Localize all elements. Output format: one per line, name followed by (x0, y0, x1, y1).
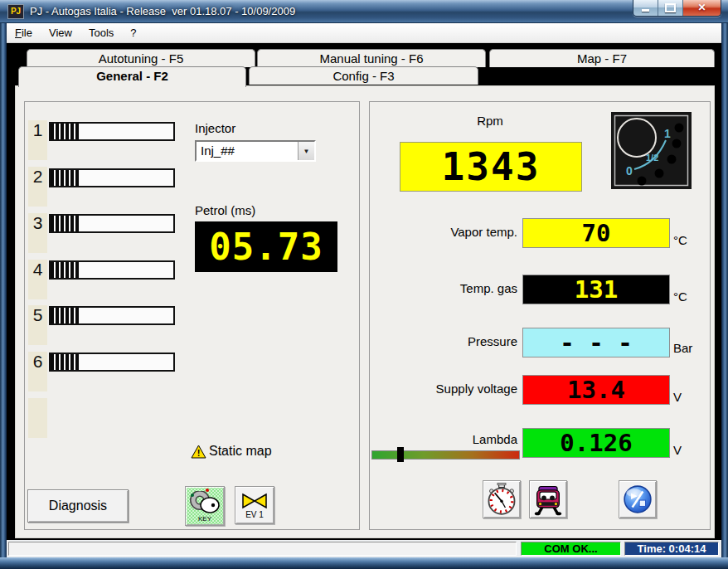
app-window: PJ PJ - Autogas Italia - Release ver 01.… (0, 0, 728, 569)
pressure-display: - - - (522, 328, 670, 357)
car-icon (531, 483, 565, 516)
injector-bar-2 (49, 168, 175, 187)
key-button-label: KEY (198, 516, 211, 522)
injector-bar-3 (49, 214, 175, 233)
maximize-icon (665, 3, 676, 12)
injector-number-6: 6 (28, 352, 47, 391)
lambda-value: 0.126 (560, 429, 632, 457)
running-car-button[interactable] (529, 480, 567, 518)
temp-gas-label: Temp. gas (370, 281, 517, 295)
menu-file[interactable]: File (7, 27, 41, 39)
status-message-panel (8, 542, 517, 556)
caption-buttons: ✕ (633, 0, 721, 17)
injector-bar-4 (49, 260, 175, 280)
injector-select-dropdown-button[interactable]: ▼ (298, 142, 314, 160)
lambda-label: Lambda (370, 432, 517, 446)
rpm-label: Rpm (400, 114, 580, 128)
lambda-display: 0.126 (522, 428, 670, 458)
play-stop-toggle-button[interactable] (619, 480, 657, 518)
lambda-slider[interactable] (371, 450, 520, 460)
key-button[interactable]: KEY (185, 486, 225, 526)
diagnosis-button[interactable]: Diagnosis (27, 489, 129, 523)
injector-number-spacer (28, 398, 47, 438)
valve-icon (240, 492, 269, 510)
tab-autotuning[interactable]: Autotuning - F5 (27, 49, 255, 67)
injector-bar-1-fill (51, 124, 79, 139)
maximize-button[interactable] (658, 0, 683, 16)
values-group-box: Rpm 1343 0 (369, 101, 711, 530)
temp-gas-value: 131 (575, 275, 618, 304)
petrol-label: Petrol (ms) (195, 203, 255, 217)
menu-tools[interactable]: Tools (80, 27, 122, 39)
window-frame-right (721, 23, 728, 557)
window-frame-left (0, 23, 7, 557)
temp-gas-display: 131 (522, 275, 670, 304)
tab-general[interactable]: General - F2 (18, 66, 246, 87)
supply-voltage-value: 13.4 (567, 376, 625, 404)
supply-voltage-display: 13.4 (522, 375, 670, 405)
injector-number-3: 3 (28, 213, 47, 253)
title-bar: PJ PJ - Autogas Italia - Release ver 01.… (0, 0, 728, 23)
menu-bar: File View Tools ? (7, 23, 721, 43)
petrol-display: 05.73 (195, 221, 337, 272)
injector-select-value: Inj_## (197, 142, 298, 160)
svg-text:0: 0 (626, 164, 633, 178)
pressure-unit: Bar (673, 341, 692, 355)
injector-number-5: 5 (28, 305, 47, 345)
window-frame-bottom (0, 557, 728, 569)
injector-number-4: 4 (28, 260, 47, 299)
tab-config[interactable]: Config - F3 (249, 66, 478, 85)
close-icon: ✕ (697, 0, 706, 16)
diagnosis-button-label: Diagnosis (49, 498, 107, 513)
client-area: Autotuning - F5 Manual tuning - F6 Map -… (7, 43, 721, 540)
injector-bar-6 (49, 353, 175, 372)
supply-voltage-unit: V (673, 390, 682, 404)
vapor-temp-unit: °C (673, 233, 687, 247)
petrol-value: 05.73 (209, 226, 323, 268)
menu-view[interactable]: View (41, 27, 80, 39)
window-title: PJ - Autogas Italia - Release ver 01.18.… (30, 5, 295, 17)
injector-number-2: 2 (28, 167, 47, 207)
ev1-button[interactable]: EV 1 (235, 486, 274, 524)
static-map-indicator: ! Static map (191, 444, 272, 459)
menu-help[interactable]: ? (122, 27, 144, 39)
status-bar: COM OK... Time: 0:04:14 (7, 540, 721, 557)
pressure-value: - - - (560, 328, 632, 357)
tab-map[interactable]: Map - F7 (489, 49, 715, 67)
injector-select[interactable]: Inj_## ▼ (195, 140, 316, 162)
injector-label: Injector (195, 121, 235, 135)
vapor-temp-display: 70 (522, 218, 670, 248)
injector-bar-3-fill (51, 216, 79, 231)
supply-voltage-label: Supply voltage (370, 382, 517, 396)
stopwatch-button[interactable] (483, 480, 521, 518)
app-icon: PJ (7, 4, 24, 19)
lambda-slider-marker[interactable] (397, 447, 404, 462)
static-map-label: Static map (209, 444, 272, 459)
stopwatch-icon (485, 483, 518, 516)
injector-bar-5-fill (51, 308, 79, 323)
injector-bar-6-fill (51, 354, 79, 370)
com-status-panel: COM OK... (521, 542, 621, 556)
injector-number-1: 1 (28, 120, 47, 160)
general-tab-page: 1 2 3 4 5 6 Injector Inj_## ▼ Petrol (ms (15, 85, 715, 538)
close-button[interactable]: ✕ (683, 0, 721, 16)
warning-icon: ! (191, 445, 206, 459)
play-stop-icon (623, 484, 653, 514)
key-red-led (206, 489, 209, 492)
rpm-display: 1343 (400, 142, 582, 192)
vapor-temp-label: Vapor temp. (370, 225, 517, 239)
injector-bar-4-fill (51, 262, 79, 278)
injector-group-box: 1 2 3 4 5 6 Injector Inj_## ▼ Petrol (ms (24, 101, 360, 530)
ev1-button-label: EV 1 (245, 510, 264, 519)
minimize-icon (642, 9, 649, 12)
minimize-button[interactable] (633, 0, 658, 16)
time-panel: Time: 0:04:14 (624, 542, 719, 556)
temp-gas-unit: °C (673, 289, 687, 304)
pressure-label: Pressure (370, 334, 517, 348)
tab-manual-tuning[interactable]: Manual tuning - F6 (257, 49, 486, 67)
vapor-temp-value: 70 (582, 219, 611, 247)
key-green-led (191, 494, 194, 497)
injector-bar-5 (49, 306, 175, 325)
injector-bar-1 (49, 122, 175, 141)
injector-bar-2-fill (51, 170, 79, 186)
